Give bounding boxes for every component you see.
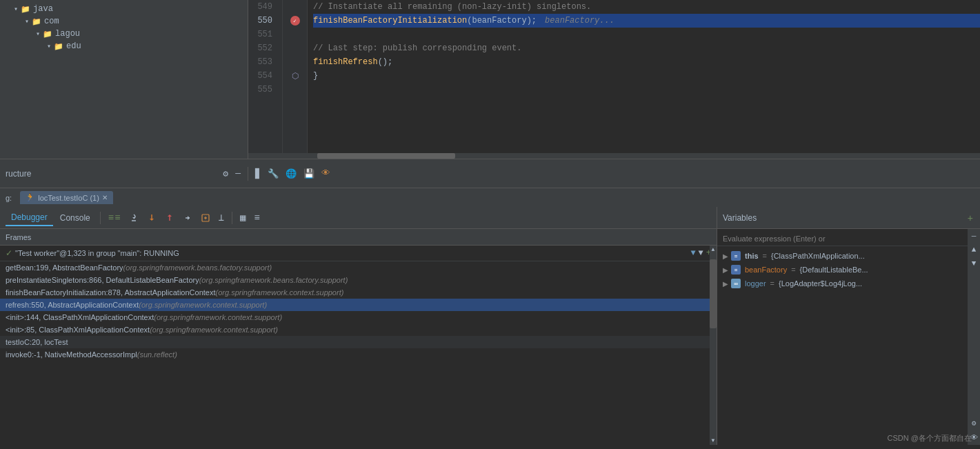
expand-logger-icon[interactable]: ▶ [723, 280, 728, 288]
gutter-555 [283, 83, 307, 97]
var-item-beanFactory[interactable]: ▶ = beanFactory = {DefaultListableBe... [717, 263, 980, 277]
evaluate-btn[interactable] [197, 211, 214, 225]
debug-tab-bar: g: 🏃 locTest.testIoC (1) ✕ [0, 188, 980, 207]
wrench-icon[interactable]: 🔧 [266, 167, 280, 181]
dropdown-icon[interactable]: ▼ [699, 248, 703, 258]
line-num-552: 552 [248, 41, 277, 55]
scroll-down-btn[interactable]: ▼ [710, 437, 717, 445]
resume-icon: ≡ [108, 212, 114, 223]
close-tab-icon[interactable]: ✕ [102, 194, 108, 201]
arrow-icon: ▾ [25, 17, 29, 26]
frame-class-invoke: invoke0:-1, NativeMethodAccessorImpl [6, 350, 137, 359]
code-text-551 [313, 30, 318, 39]
settings-btn[interactable]: ▦ [237, 210, 249, 226]
code-line-554: } [313, 69, 980, 83]
scrollbar-thumb-h[interactable] [317, 153, 455, 159]
var-scroll-down-btn[interactable]: ▼ [972, 259, 977, 268]
code-lines: 549 550 551 552 553 554 555 ✓ [248, 0, 980, 153]
var-item-this[interactable]: ▶ = this = {ClassPathXmlApplication... [717, 249, 980, 263]
tab-debugger[interactable]: Debugger [6, 210, 53, 226]
structure-left: ructure ⚙ — [0, 167, 248, 181]
frames-scrollbar[interactable]: ▲ ▼ [710, 246, 717, 445]
frame-item-2[interactable]: finishBeanFactoryInitialization:878, Abs… [0, 286, 717, 299]
variables-panel: Variables + Evaluate expression (Enter) … [717, 207, 980, 445]
code-content[interactable]: // Instantiate all remaining (non-lazy-i… [308, 0, 980, 153]
more-btn[interactable]: ≡ [250, 210, 263, 226]
frames-header: Frames [0, 229, 717, 246]
filter-icon[interactable]: ▼ [690, 248, 695, 258]
var-item-logger[interactable]: ▶ ∞ logger = {LogAdapter$Log4jLog... [717, 277, 980, 290]
horizontal-scrollbar[interactable] [248, 153, 980, 159]
run-to-cursor-btn[interactable] [179, 211, 196, 225]
tree-item-java[interactable]: ▾ 📁 java [0, 3, 248, 15]
folder-icon: 📁 [32, 17, 41, 26]
scroll-up-btn[interactable]: ▲ [710, 246, 717, 254]
gutter-552 [283, 41, 307, 55]
tab-console[interactable]: Console [54, 210, 96, 226]
expand-beanFactory-icon[interactable]: ▶ [723, 266, 728, 274]
debug-main: Debugger Console ≡ ≡ [0, 207, 980, 445]
frame-item-0[interactable]: getBean:199, AbstractBeanFactory (org.sp… [0, 261, 717, 274]
frame-pkg-2: (org.springframework.context.support) [216, 288, 344, 297]
evaluate-icon [201, 213, 210, 223]
variables-toolbar: + [966, 211, 974, 225]
frame-item-6[interactable]: testIoC:20, locTest [0, 336, 717, 348]
globe-icon[interactable]: 🌐 [284, 167, 298, 181]
var-side-icons: — ▲ ▼ ⚙ 👁 [968, 229, 980, 445]
var-copy-btn[interactable]: — [972, 232, 977, 240]
minimize-icon[interactable]: — [234, 167, 242, 181]
frame-item-5[interactable]: <init>:85, ClassPathXmlApplicationContex… [0, 323, 717, 336]
runner-icon: 🏃 [26, 193, 35, 202]
frame-class-6: testIoC:20, locTest [6, 338, 68, 346]
step-over-icon [129, 213, 139, 223]
expand-this-icon[interactable]: ▶ [723, 252, 728, 260]
line-num-554: 554 [248, 69, 277, 83]
tree-item-lagou[interactable]: ▾ 📁 lagou [0, 28, 248, 40]
resume-btn[interactable]: ≡ ≡ [105, 210, 124, 226]
var-type-icon-beanFactory: = [731, 265, 741, 275]
frames-label: Frames [6, 233, 31, 241]
step-over-btn[interactable] [126, 211, 142, 225]
resume-icon2: ≡ [114, 212, 120, 223]
frames-scrollbar-thumb[interactable] [710, 259, 717, 328]
frame-class-1: preInstantiateSingletons:866, DefaultLis… [6, 276, 199, 284]
line-num-553: 553 [248, 55, 277, 69]
var-settings-btn[interactable]: ⚙ [972, 419, 977, 428]
bar-chart-icon[interactable]: ▊ [254, 167, 262, 181]
line-num-555: 555 [248, 83, 277, 97]
code-text-550: finishBeanFactoryInitialization(beanFact… [313, 16, 537, 26]
step-out-btn[interactable] [161, 211, 178, 225]
var-name-beanFactory: beanFactory [745, 266, 787, 274]
running-info: ✓ "Test worker"@1,323 in group "main": R… [6, 248, 179, 258]
arrow-right-icon: ⬡ [292, 71, 299, 81]
var-scroll-up-btn[interactable]: ▲ [972, 246, 977, 254]
line-num-550: 550 [248, 14, 277, 28]
eye-icon[interactable]: 👁 [320, 167, 332, 180]
tree-item-edu[interactable]: ▾ 📁 edu [0, 40, 248, 52]
save-icon[interactable]: 💾 [302, 167, 316, 181]
check-icon: ✓ [6, 248, 12, 258]
tree-label-lagou: lagou [55, 29, 80, 39]
frame-item-3[interactable]: refresh:550, AbstractApplicationContext … [0, 299, 717, 311]
code-line-553: finishRefresh(); [313, 55, 980, 69]
editor-area: ▾ 📁 java ▾ 📁 com ▾ 📁 lagou ▾ 📁 edu 549 5… [0, 0, 980, 159]
tree-item-com[interactable]: ▾ 📁 com [0, 15, 248, 28]
var-name-logger: logger [745, 279, 766, 288]
breakpoint-dot[interactable]: ✓ [290, 16, 300, 26]
arrow-icon: ▾ [47, 42, 51, 50]
debug-active-tab[interactable]: 🏃 locTest.testIoC (1) ✕ [20, 191, 113, 204]
frame-item-1[interactable]: preInstantiateSingletons:866, DefaultLis… [0, 274, 717, 286]
arrow-icon: ▾ [14, 5, 18, 13]
gutter: ✓ ⬡ [283, 0, 308, 153]
gutter-551 [283, 28, 307, 41]
structure-title: ructure [6, 169, 31, 179]
gear-icon[interactable]: ⚙ [221, 167, 230, 181]
frame-class-3: refresh:550, AbstractApplicationContext [6, 301, 139, 309]
run-to-cursor-icon [183, 213, 192, 223]
frame-item-invoke[interactable]: invoke0:-1, NativeMethodAccessorImpl (su… [0, 348, 717, 361]
code-line-551 [313, 28, 980, 41]
step-into-btn[interactable] [143, 211, 160, 225]
add-watch-btn[interactable]: + [966, 211, 974, 225]
stop-btn[interactable]: ⊥ [215, 210, 228, 226]
frame-item-4[interactable]: <init>:144, ClassPathXmlApplicationConte… [0, 311, 717, 323]
